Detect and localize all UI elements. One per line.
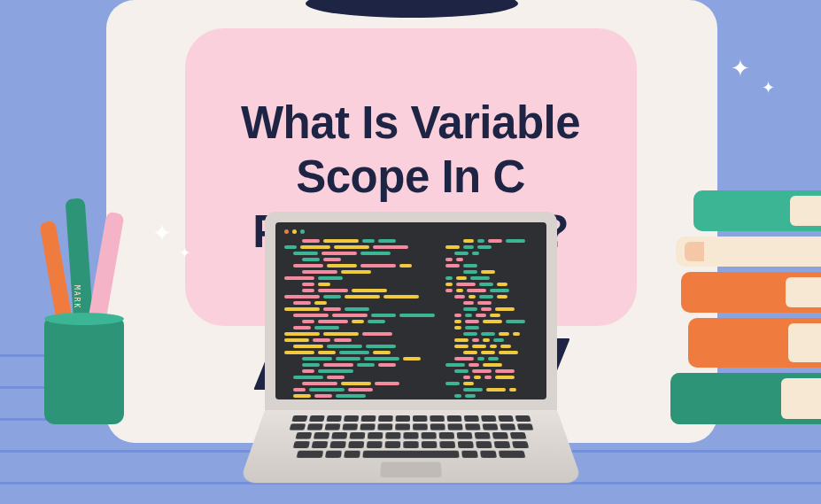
book-icon	[693, 190, 821, 231]
trackpad-icon	[380, 462, 442, 478]
sparkle-icon: ✦	[762, 78, 775, 97]
pen-holder-illustration: MARK	[35, 212, 133, 424]
book-icon	[681, 272, 821, 313]
laptop-illustration	[265, 212, 557, 493]
pen-label: MARK	[73, 285, 81, 309]
keyboard-illustration	[238, 410, 582, 483]
window-minimize-icon	[292, 229, 297, 234]
sparkle-icon: ✦	[731, 55, 750, 82]
cup-icon	[44, 318, 124, 424]
sparkle-icon: ✦	[179, 244, 190, 261]
book-stack-illustration	[676, 185, 821, 424]
code-editor-screen	[275, 222, 546, 399]
sparkle-icon: ✦	[152, 220, 172, 247]
window-close-icon	[284, 229, 289, 234]
window-maximize-icon	[300, 229, 305, 234]
book-icon	[688, 318, 821, 368]
book-icon	[670, 373, 821, 424]
book-icon	[676, 236, 821, 267]
